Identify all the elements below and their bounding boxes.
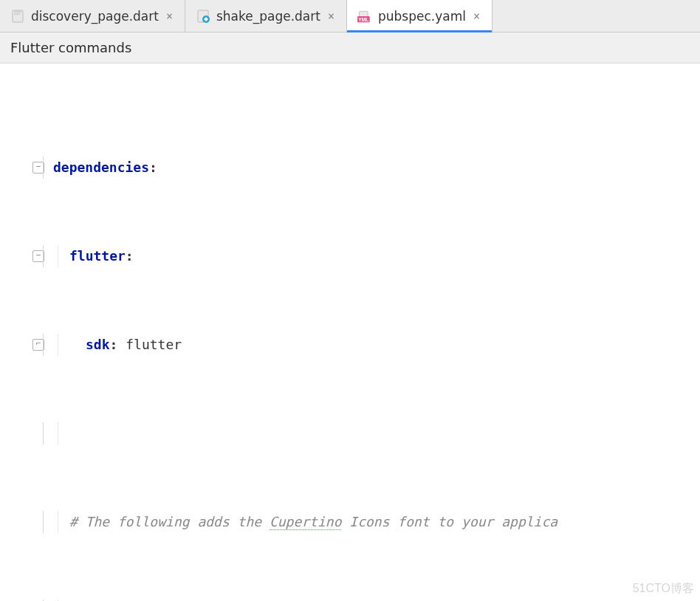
flutter-commands-bar[interactable]: Flutter commands (0, 32, 700, 63)
yaml-key: dependencies (53, 157, 149, 179)
tab-label: pubspec.yaml (378, 9, 466, 24)
tab-label: discovery_page.dart (31, 9, 159, 24)
tabs-bar: discovery_page.dart × shake_page.dart × … (0, 0, 700, 32)
close-icon[interactable]: × (165, 10, 174, 23)
comment: # The following adds the Cupertino Icons… (69, 511, 557, 533)
tab-label: shake_page.dart (216, 9, 320, 24)
dart-file-icon (10, 9, 25, 24)
yaml-key: flutter (69, 245, 126, 267)
close-icon[interactable]: × (472, 10, 481, 23)
code-line[interactable]: − flutter: (0, 245, 700, 267)
close-icon[interactable]: × (326, 10, 336, 23)
code-line[interactable]: − dependencies: (0, 157, 700, 179)
yaml-value: flutter (126, 334, 182, 356)
dart-file-icon (196, 9, 210, 24)
code-editor[interactable]: − dependencies: − flutter: ⌐ sdk: flutte… (0, 63, 700, 601)
yml-file-icon: YML (357, 9, 372, 24)
tab-shake-page[interactable]: shake_page.dart × (185, 0, 347, 32)
code-line[interactable] (0, 422, 700, 444)
svg-text:YML: YML (358, 16, 368, 21)
tab-discovery-page[interactable]: discovery_page.dart × (0, 0, 185, 32)
tab-pubspec-yaml[interactable]: YML pubspec.yaml × (347, 0, 493, 32)
yaml-key: sdk (86, 334, 110, 356)
code-line[interactable]: ⌐ sdk: flutter (0, 334, 700, 356)
watermark: 51CTO博客 (633, 581, 694, 597)
code-line[interactable]: # The following adds the Cupertino Icons… (0, 511, 700, 533)
